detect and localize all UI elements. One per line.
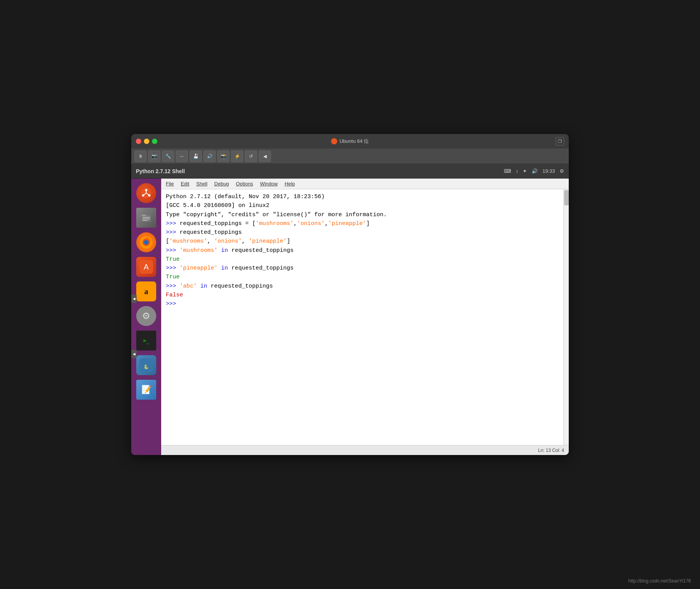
sidebar-item-files[interactable]: [135, 206, 158, 229]
save-button[interactable]: 💾: [190, 151, 202, 162]
sidebar-arrow-collapse[interactable]: ◀: [131, 294, 137, 303]
settings-toolbar-button[interactable]: 🔧: [162, 151, 174, 162]
camera-button[interactable]: 📸: [217, 151, 229, 162]
sidebar-item-python[interactable]: 🐍: [135, 354, 158, 377]
shell-line-4: >>> requested_toppings = ['mushrooms','o…: [166, 219, 564, 228]
shell-line-6: ['mushrooms', 'onions', 'pineapple']: [166, 237, 564, 246]
window-title-text: Ubuntu 64 位: [340, 138, 369, 145]
window-controls: [136, 139, 157, 144]
sidebar-item-ubuntu[interactable]: [135, 182, 158, 205]
settings-icon: ⚙: [136, 306, 156, 326]
content-area: File Edit Shell Debug Options Window Hel…: [161, 179, 569, 455]
status-bar: Ln: 13 Col: 4: [161, 445, 569, 455]
svg-point-1: [145, 189, 147, 191]
ubuntu-icon: [136, 183, 156, 203]
svg-rect-10: [142, 218, 150, 219]
writer-icon: 📝: [136, 380, 156, 400]
sidebar-arrow-expand[interactable]: ◀: [131, 350, 137, 358]
sidebar-item-settings[interactable]: ⚙: [135, 304, 158, 328]
refresh-button[interactable]: ↺: [245, 151, 257, 162]
watermark: http://blog.csdn.net/SeanYi178: [628, 578, 691, 584]
files-icon: [136, 208, 156, 228]
python-icon: 🐍: [136, 355, 156, 375]
app-header-title: Python 2.7.12 Shell: [136, 168, 504, 174]
terminal-icon: >_: [136, 331, 156, 351]
svg-text:🐍: 🐍: [144, 364, 149, 369]
shell-line-9: >>> 'pineapple' in requested_toppings: [166, 264, 564, 273]
menu-window[interactable]: Window: [257, 180, 281, 188]
shell-line-3: Type "copyright", "credits" or "license(…: [166, 210, 564, 219]
menu-bar: File Edit Shell Debug Options Window Hel…: [161, 179, 569, 189]
menu-help[interactable]: Help: [282, 180, 298, 188]
menu-debug[interactable]: Debug: [211, 180, 232, 188]
close-button[interactable]: [136, 139, 141, 144]
back-button[interactable]: ◀: [259, 151, 271, 162]
sidebar-item-amazon[interactable]: a: [135, 280, 158, 303]
firefox-icon: [136, 232, 156, 252]
sidebar-item-terminal[interactable]: >_: [135, 329, 158, 352]
svg-rect-11: [142, 220, 148, 221]
ubuntu-title-icon: [331, 138, 337, 144]
screenshot-button[interactable]: 📷: [148, 151, 160, 162]
shell-line-12: False: [166, 291, 564, 299]
svg-point-14: [144, 240, 149, 245]
title-bar-right: ❐: [556, 137, 564, 146]
svg-rect-9: [142, 217, 150, 218]
shell-line-5: >>> requested_toppings: [166, 228, 564, 237]
maximize-button[interactable]: [152, 139, 157, 144]
resize-button[interactable]: ↔: [176, 151, 188, 162]
svg-rect-8: [142, 215, 146, 216]
shell-line-10: True: [166, 273, 564, 281]
sidebar-item-writer[interactable]: 📝: [135, 378, 158, 401]
sidebar: A a ⚙ ◀ >_ ◀ 🐍: [131, 179, 161, 455]
app-header: Python 2.7.12 Shell ⌨ ↕ ✦ 🔊 19:33 ⚙: [131, 164, 569, 179]
volume-header-icon: 🔊: [532, 168, 538, 174]
status-text: Ln: 13 Col: 4: [538, 448, 564, 453]
shell-line-8: True: [166, 255, 564, 264]
main-window: Ubuntu 64 位 ❐ ⏸ 📷 🔧 ↔ 💾 🔊 📸 ⚡ ↺ ◀ Python…: [131, 134, 569, 455]
svg-text:A: A: [144, 263, 149, 271]
scrollbar-track[interactable]: [563, 189, 569, 445]
keyboard-icon: ⌨: [504, 168, 511, 174]
shell-line-7: >>> 'mushrooms' in requested_toppings: [166, 246, 564, 255]
sidebar-item-firefox[interactable]: [135, 231, 158, 254]
bluetooth-icon: ✦: [523, 168, 527, 174]
main-area: A a ⚙ ◀ >_ ◀ 🐍: [131, 179, 569, 455]
sidebar-item-appstore[interactable]: A: [135, 255, 158, 278]
shell-output[interactable]: Python 2.7.12 (default, Nov 20 2017, 18:…: [161, 189, 569, 445]
gear-icon: ⚙: [560, 168, 564, 174]
shell-line-13: >>>: [166, 299, 564, 308]
scrollbar-thumb[interactable]: [564, 190, 569, 205]
menu-edit[interactable]: Edit: [178, 180, 192, 188]
shell-line-1: Python 2.7.12 (default, Nov 20 2017, 18:…: [166, 192, 564, 201]
menu-options[interactable]: Options: [233, 180, 256, 188]
menu-file[interactable]: File: [163, 180, 177, 188]
menu-shell[interactable]: Shell: [193, 180, 210, 188]
window-title: Ubuntu 64 位: [331, 138, 369, 145]
toolbar: ⏸ 📷 🔧 ↔ 💾 🔊 📸 ⚡ ↺ ◀: [131, 149, 569, 164]
appstore-icon: A: [136, 257, 156, 277]
shell-line-2: [GCC 5.4.0 20160609] on linux2: [166, 201, 564, 210]
app-header-right: ⌨ ↕ ✦ 🔊 19:33 ⚙: [504, 168, 564, 174]
title-bar: Ubuntu 64 位 ❐: [131, 134, 569, 149]
pause-button[interactable]: ⏸: [134, 151, 147, 162]
minimize-button[interactable]: [144, 139, 149, 144]
sort-icon: ↕: [516, 168, 518, 174]
usb-button[interactable]: ⚡: [231, 151, 243, 162]
volume-button[interactable]: 🔊: [203, 151, 216, 162]
time-display: 19:33: [542, 168, 555, 174]
restore-button[interactable]: ❐: [556, 137, 564, 146]
amazon-icon: a: [136, 281, 156, 301]
shell-line-11: >>> 'abc' in requested_toppings: [166, 282, 564, 291]
